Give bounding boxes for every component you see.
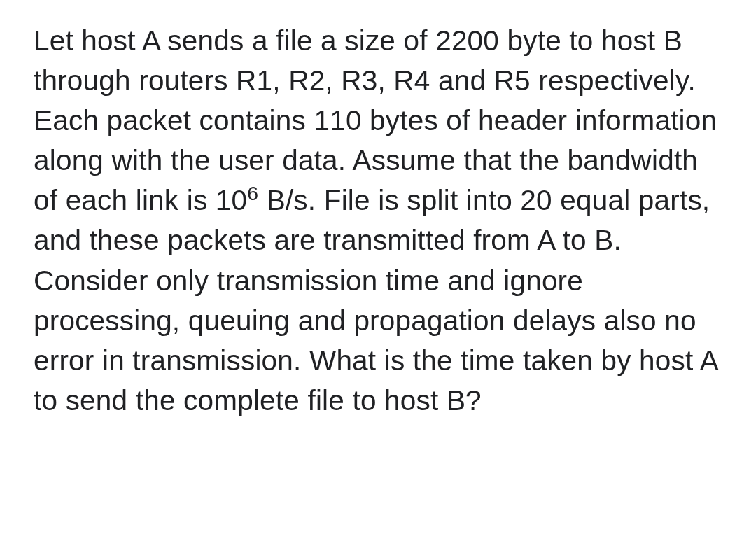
question-paragraph: Let host A sends a file a size of 2200 b… — [34, 21, 728, 421]
question-exponent: 6 — [247, 182, 258, 204]
question-text-part2: B/s. File is split into 20 equal parts, … — [34, 184, 718, 416]
